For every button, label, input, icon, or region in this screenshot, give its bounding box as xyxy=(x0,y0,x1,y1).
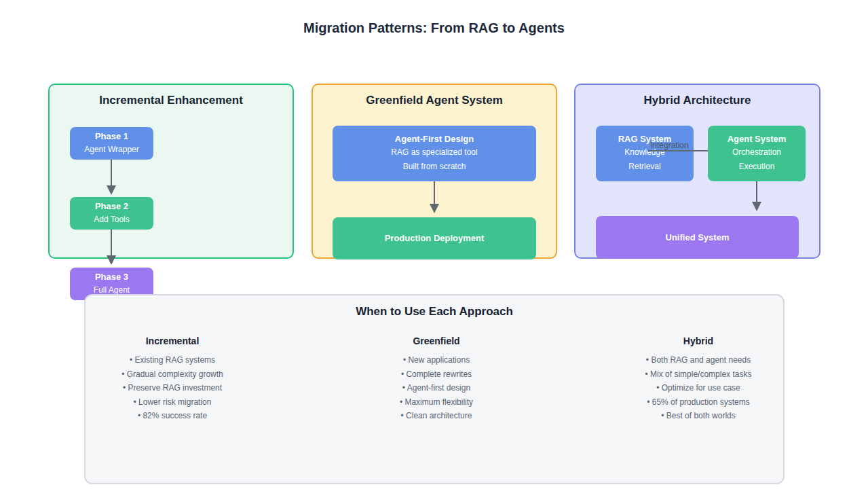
node-phase-1-title: Phase 1 xyxy=(95,130,128,143)
panel-incremental-title: Incremental Enhancement xyxy=(50,94,293,107)
panel-when-to-use: When to Use Each Approach Incremental • … xyxy=(84,294,785,484)
integration-connector-line xyxy=(648,150,708,151)
column-greenfield: Greenfield • New applications • Complete… xyxy=(355,336,518,423)
node-agent-first-design: Agent-First Design RAG as specialized to… xyxy=(333,126,536,181)
node-phase-2-title: Phase 2 xyxy=(95,200,128,213)
list-item: • Mix of simple/complex tasks xyxy=(617,367,780,382)
column-greenfield-header: Greenfield xyxy=(355,336,518,347)
arrow-down-icon xyxy=(111,160,112,187)
node-phase-2-subtitle: Add Tools xyxy=(94,213,129,227)
arrow-down-head-icon xyxy=(107,185,116,195)
node-agent-first-design-line1: RAG as specialized tool xyxy=(391,145,477,160)
node-agent-first-design-title: Agent-First Design xyxy=(395,133,474,145)
arrow-down-head-icon xyxy=(752,202,761,211)
node-phase-1: Phase 1 Agent Wrapper xyxy=(70,127,153,160)
page-title: Migration Patterns: From RAG to Agents xyxy=(0,20,868,36)
node-unified-system: Unified System xyxy=(596,216,799,259)
list-item: • 82% success rate xyxy=(91,409,254,423)
column-incremental: Incremental • Existing RAG systems • Gra… xyxy=(91,336,254,423)
node-agent-system: Agent System Orchestration Execution xyxy=(708,126,806,181)
list-item: • Clean architecture xyxy=(355,409,518,423)
arrow-down-head-icon xyxy=(107,255,116,265)
arrow-down-head-icon xyxy=(430,204,439,213)
node-unified-system-title: Unified System xyxy=(666,232,730,244)
node-rag-system: RAG System Knowledge Retrieval xyxy=(596,126,694,181)
arrow-down-icon xyxy=(756,181,757,203)
list-item: • Both RAG and agent needs xyxy=(617,353,780,367)
list-item: • Best of both worlds xyxy=(617,409,780,423)
list-item: • Existing RAG systems xyxy=(91,353,254,367)
node-production-deployment-title: Production Deployment xyxy=(385,232,485,244)
node-production-deployment: Production Deployment xyxy=(333,217,536,259)
column-hybrid-header: Hybrid xyxy=(617,336,780,347)
panel-incremental-enhancement: Incremental Enhancement xyxy=(48,84,294,259)
list-item: • Complete rewrites xyxy=(355,367,518,382)
node-phase-2: Phase 2 Add Tools xyxy=(70,197,153,230)
node-phase-1-subtitle: Agent Wrapper xyxy=(84,143,139,157)
column-hybrid: Hybrid • Both RAG and agent needs • Mix … xyxy=(617,336,780,423)
node-agent-system-line2: Execution xyxy=(739,160,775,174)
list-item: • Gradual complexity growth xyxy=(91,367,254,382)
node-phase-3-title: Phase 3 xyxy=(95,271,128,283)
arrow-down-icon xyxy=(434,181,435,204)
list-item: • Maximum flexibility xyxy=(355,395,518,410)
panel-hybrid-title: Hybrid Architecture xyxy=(575,94,819,107)
arrow-down-icon xyxy=(111,230,112,257)
node-rag-system-line2: Retrieval xyxy=(628,160,660,174)
column-incremental-header: Incremental xyxy=(91,336,254,347)
list-item: • New applications xyxy=(355,353,518,367)
node-agent-system-line1: Orchestration xyxy=(732,145,781,160)
diagram-canvas: Migration Patterns: From RAG to Agents I… xyxy=(0,0,868,489)
integration-connector-label: Integration xyxy=(650,141,689,150)
when-to-use-title: When to Use Each Approach xyxy=(86,305,783,319)
node-agent-first-design-line2: Built from scratch xyxy=(403,160,466,174)
node-agent-system-title: Agent System xyxy=(728,133,787,145)
list-item: • 65% of production systems xyxy=(617,395,780,410)
panel-greenfield-title: Greenfield Agent System xyxy=(313,94,556,107)
list-item: • Preserve RAG investment xyxy=(91,381,254,395)
list-item: • Lower risk migration xyxy=(91,395,254,410)
list-item: • Agent-first design xyxy=(355,381,518,395)
list-item: • Optimize for use case xyxy=(617,381,780,395)
